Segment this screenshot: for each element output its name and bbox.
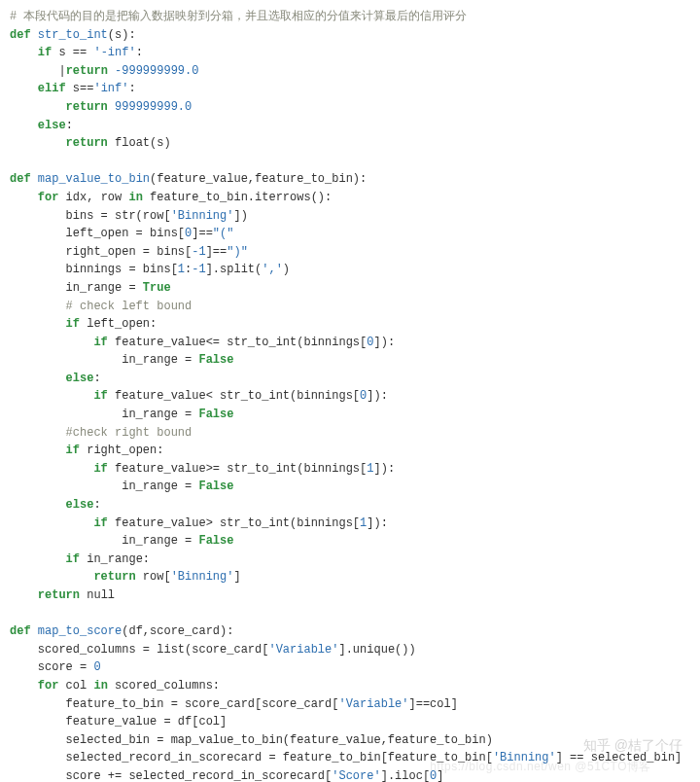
code-block: # 本段代码的目的是把输入数据映射到分箱，并且选取相应的分值来计算最后的信用评分… xyxy=(10,8,690,782)
